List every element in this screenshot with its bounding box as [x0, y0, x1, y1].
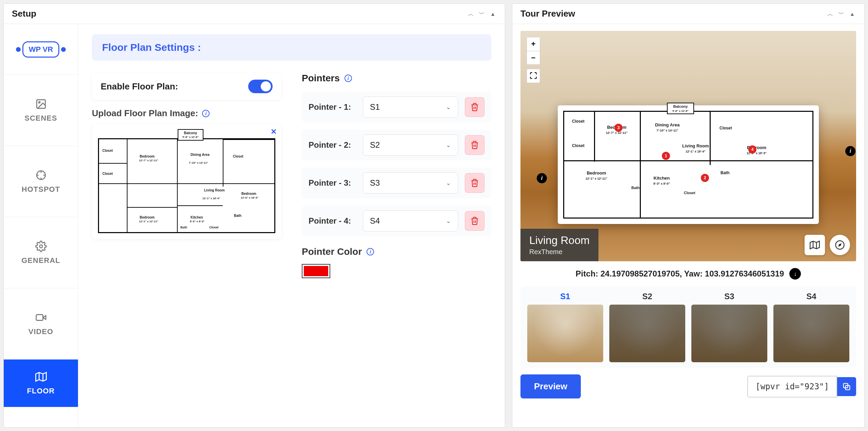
- room-dining: Dining Area: [191, 153, 210, 157]
- scene-label: Living Room RexTheme: [520, 229, 598, 261]
- chevron-down-icon[interactable]: ﹀: [837, 10, 845, 18]
- chevron-down-icon: ⌄: [446, 103, 451, 111]
- zoom-in-button[interactable]: +: [527, 37, 540, 51]
- chevron-down-icon: ⌄: [446, 141, 451, 149]
- pointer-delete-2[interactable]: [465, 135, 485, 155]
- pointer-dot-1[interactable]: 1: [662, 152, 670, 160]
- pointer-delete-4[interactable]: [465, 211, 485, 231]
- scene-name: Living Room: [529, 234, 590, 247]
- pointer-label-4: Pointer - 4:: [309, 216, 356, 226]
- pitch-yaw-text: Pitch: 24.197098527019705, Yaw: 103.9127…: [576, 269, 784, 279]
- ov-closet-4: Closet: [684, 191, 695, 195]
- ov-closet-1: Closet: [572, 119, 585, 124]
- ov-dining: Dining Area7'-10" x 14'-11": [655, 122, 679, 132]
- pointer-delete-3[interactable]: [465, 173, 485, 193]
- svg-rect-8: [36, 314, 43, 320]
- enable-toggle[interactable]: [248, 80, 273, 93]
- tour-viewer[interactable]: + − ⛶ i i Closet Closet Bedroom12'-7" x …: [520, 31, 856, 261]
- scene-thumb-s2[interactable]: S2: [609, 292, 685, 362]
- hotspot-info-left[interactable]: i: [537, 173, 547, 183]
- svg-marker-21: [810, 241, 820, 249]
- ov-bath-1: Bath: [721, 170, 730, 175]
- zoom-out-button[interactable]: −: [527, 51, 540, 64]
- svg-point-1: [38, 101, 40, 103]
- room-closet-3: Closet: [233, 155, 243, 158]
- pointer-label-1: Pointer - 1:: [309, 102, 356, 112]
- room-bedroom-2: Bedroom: [241, 192, 256, 196]
- pointer-dot-2[interactable]: 2: [701, 174, 709, 182]
- room-closet-2: Closet: [102, 172, 113, 176]
- ov-bath-2: Bath: [631, 186, 639, 190]
- chevron-up-icon[interactable]: ︿: [467, 10, 475, 18]
- room-dining-dim: 7'-10" x 14'-11": [189, 161, 208, 164]
- copy-shortcode-button[interactable]: [837, 377, 856, 396]
- remove-image-icon[interactable]: ✕: [271, 127, 277, 136]
- scene-author: RexTheme: [529, 248, 590, 256]
- pointer-dot-4[interactable]: 4: [748, 145, 756, 153]
- scene-thumb-label: S1: [560, 292, 570, 301]
- pointer-select-2[interactable]: S2⌄: [363, 135, 458, 156]
- info-icon[interactable]: i: [202, 110, 210, 117]
- map-icon: [35, 371, 47, 383]
- info-icon[interactable]: i: [344, 75, 352, 82]
- pointer-label-2: Pointer - 2:: [309, 140, 356, 150]
- scene-thumbnails: S1S2S3S4: [520, 286, 856, 368]
- hotspot-info-right[interactable]: i: [845, 146, 855, 156]
- collapse-icon[interactable]: ▴: [489, 10, 497, 18]
- upload-label: Upload Floor Plan Image:: [92, 108, 198, 119]
- image-icon: [35, 98, 47, 110]
- scene-thumb-image: [691, 305, 767, 362]
- preview-button[interactable]: Preview: [520, 374, 581, 398]
- info-icon[interactable]: i: [367, 248, 374, 255]
- pointer-delete-1[interactable]: [465, 97, 485, 117]
- pointer-dot-3[interactable]: 3: [614, 124, 623, 132]
- room-kitchen: Kitchen: [191, 216, 203, 219]
- sidebar-label-general: GENERAL: [21, 256, 60, 265]
- floorplan-image-box: ✕ Closet: [92, 124, 281, 239]
- scene-thumb-label: S4: [806, 292, 816, 301]
- room-balcony: Balcony5'-8" x 12'-8": [178, 129, 203, 141]
- scene-thumb-s3[interactable]: S3: [691, 292, 767, 362]
- sidebar-item-scenes[interactable]: SCENES: [4, 75, 78, 146]
- pointers-label: Pointers: [302, 73, 340, 84]
- setup-title: Setup: [12, 8, 36, 19]
- floorplan-overlay[interactable]: Closet Closet Bedroom12'-7" x 12'-11" Di…: [558, 105, 819, 224]
- ov-kitchen: Kitchen8'-3" x 8'-0": [653, 176, 670, 186]
- fullscreen-button[interactable]: ⛶: [527, 69, 540, 83]
- floorplan-thumbnail: Closet Closet Bedroom 12'-7" x 12'-11" D…: [98, 138, 275, 233]
- sidebar-item-video[interactable]: VIDEO: [4, 288, 78, 360]
- room-bedroom-3-dim: 12'-1" x 12'-11": [139, 220, 158, 223]
- collapse-icon[interactable]: ▴: [848, 10, 856, 18]
- sidebar-label-video: VIDEO: [28, 327, 53, 336]
- sidebar-item-general[interactable]: GENERAL: [4, 217, 78, 288]
- svg-point-7: [39, 245, 42, 248]
- map-toggle-button[interactable]: [805, 235, 825, 255]
- chevron-down-icon: ⌄: [446, 179, 451, 187]
- scene-thumb-s4[interactable]: S4: [773, 292, 849, 362]
- compass-button[interactable]: [830, 235, 850, 255]
- pointer-row-4: Pointer - 4: S4⌄: [302, 206, 491, 236]
- chevron-down-icon[interactable]: ﹀: [478, 10, 486, 18]
- pointer-row-3: Pointer - 3: S3⌄: [302, 168, 491, 198]
- scene-thumb-s1[interactable]: S1: [527, 292, 603, 362]
- sidebar-label-hotspot: HOTSPOT: [22, 185, 60, 194]
- pointer-select-1[interactable]: S1⌄: [363, 97, 458, 118]
- sidebar: WP VR SCENES HOTSPOT GENERAL VIDEO: [4, 24, 78, 427]
- sidebar-item-floor[interactable]: FLOOR: [4, 360, 78, 407]
- pointer-color-input[interactable]: [302, 264, 330, 278]
- video-icon: [35, 312, 47, 323]
- room-bath-1: Bath: [234, 214, 241, 218]
- room-living-dim: 12'-1" x 18'-4": [202, 197, 220, 200]
- room-living: Living Room: [204, 188, 225, 192]
- pointer-select-3[interactable]: S3⌄: [363, 172, 458, 193]
- gear-icon: [35, 241, 47, 252]
- copy-coords-button[interactable]: ↓: [789, 268, 801, 280]
- svg-marker-10: [36, 372, 46, 381]
- room-bedroom-2-dim: 12'-0" x 18'-3": [241, 196, 258, 199]
- sidebar-label-scenes: SCENES: [24, 114, 57, 123]
- room-bedroom-1: Bedroom: [140, 155, 155, 158]
- pointer-select-4[interactable]: S4⌄: [363, 210, 458, 231]
- room-closet-1: Closet: [102, 149, 113, 152]
- sidebar-item-hotspot[interactable]: HOTSPOT: [4, 146, 78, 217]
- chevron-up-icon[interactable]: ︿: [826, 10, 834, 18]
